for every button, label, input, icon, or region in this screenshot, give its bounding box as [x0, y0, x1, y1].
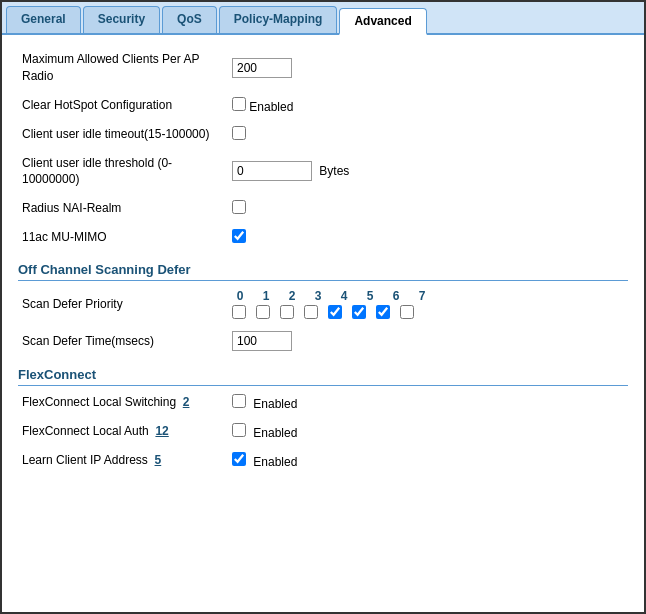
client-idle-timeout-cell [228, 120, 628, 149]
flexconnect-table: FlexConnect Local Switching 2 Enabled Fl… [18, 388, 628, 475]
learn-client-ip-enabled-label: Enabled [253, 455, 297, 469]
row-client-idle-timeout: Client user idle timeout(15-100000) [18, 120, 628, 149]
scan-defer-time-input[interactable] [232, 331, 292, 351]
scan-defer-time-label: Scan Defer Time(msecs) [18, 325, 228, 357]
clear-hotspot-checkbox[interactable] [232, 97, 246, 111]
row-mu-mimo: 11ac MU-MIMO [18, 223, 628, 252]
row-max-clients: Maximum Allowed Clients Per AP Radio [18, 45, 628, 91]
tab-advanced[interactable]: Advanced [339, 8, 426, 35]
learn-client-ip-link[interactable]: 5 [155, 453, 162, 467]
priority-num-3: 3 [310, 289, 326, 303]
learn-client-ip-cell: Enabled [228, 446, 628, 475]
section-flexconnect: FlexConnect [18, 367, 628, 386]
tab-qos[interactable]: QoS [162, 6, 217, 33]
priority-numbers: 0 1 2 3 4 5 6 7 [232, 289, 624, 303]
off-channel-table: Scan Defer Priority 0 1 2 3 4 5 6 7 [18, 283, 628, 357]
priority-num-7: 7 [414, 289, 430, 303]
priority-cb-0[interactable] [232, 305, 246, 319]
flexconnect-switching-label: FlexConnect Local Switching [22, 395, 176, 409]
flexconnect-switching-checkbox[interactable] [232, 394, 246, 408]
priority-cb-2[interactable] [280, 305, 294, 319]
tab-policy-mapping[interactable]: Policy-Mapping [219, 6, 338, 33]
flexconnect-auth-enabled-label: Enabled [253, 426, 297, 440]
row-scan-defer-time: Scan Defer Time(msecs) [18, 325, 628, 357]
priority-cb-5[interactable] [352, 305, 366, 319]
flexconnect-auth-link[interactable]: 12 [155, 424, 168, 438]
row-flexconnect-auth: FlexConnect Local Auth 12 Enabled [18, 417, 628, 446]
mu-mimo-label: 11ac MU-MIMO [18, 223, 228, 252]
flexconnect-auth-label-cell: FlexConnect Local Auth 12 [18, 417, 228, 446]
bytes-label: Bytes [319, 164, 349, 178]
max-clients-label: Maximum Allowed Clients Per AP Radio [18, 45, 228, 91]
client-idle-timeout-checkbox[interactable] [232, 126, 246, 140]
priority-cb-3[interactable] [304, 305, 318, 319]
priority-checkboxes [232, 305, 624, 319]
priority-num-4: 4 [336, 289, 352, 303]
clear-hotspot-enabled-label: Enabled [249, 100, 293, 114]
flexconnect-auth-label: FlexConnect Local Auth [22, 424, 149, 438]
tab-general[interactable]: General [6, 6, 81, 33]
priority-cb-1[interactable] [256, 305, 270, 319]
row-client-idle-threshold: Client user idle threshold (0-10000000) … [18, 149, 628, 195]
row-scan-defer-priority: Scan Defer Priority 0 1 2 3 4 5 6 7 [18, 283, 628, 325]
flexconnect-switching-cell: Enabled [228, 388, 628, 417]
radius-nai-cell [228, 194, 628, 223]
row-radius-nai: Radius NAI-Realm [18, 194, 628, 223]
client-idle-timeout-label: Client user idle timeout(15-100000) [18, 120, 228, 149]
flexconnect-auth-cell: Enabled [228, 417, 628, 446]
client-idle-threshold-label: Client user idle threshold (0-10000000) [18, 149, 228, 195]
clear-hotspot-label: Clear HotSpot Configuration [18, 91, 228, 120]
priority-num-1: 1 [258, 289, 274, 303]
priority-num-5: 5 [362, 289, 378, 303]
mu-mimo-cell [228, 223, 628, 252]
learn-client-ip-label: Learn Client IP Address [22, 453, 148, 467]
learn-client-ip-checkbox[interactable] [232, 452, 246, 466]
row-flexconnect-switching: FlexConnect Local Switching 2 Enabled [18, 388, 628, 417]
tab-security[interactable]: Security [83, 6, 160, 33]
flexconnect-switching-label-cell: FlexConnect Local Switching 2 [18, 388, 228, 417]
max-clients-input[interactable] [232, 58, 292, 78]
radius-nai-checkbox[interactable] [232, 200, 246, 214]
client-idle-threshold-input[interactable] [232, 161, 312, 181]
priority-cb-4[interactable] [328, 305, 342, 319]
flexconnect-switching-enabled-label: Enabled [253, 397, 297, 411]
tab-bar: General Security QoS Policy-Mapping Adva… [2, 2, 644, 35]
main-container: General Security QoS Policy-Mapping Adva… [0, 0, 646, 614]
flexconnect-auth-checkbox[interactable] [232, 423, 246, 437]
client-idle-threshold-cell: Bytes [228, 149, 628, 195]
priority-num-0: 0 [232, 289, 248, 303]
clear-hotspot-cell: Enabled [228, 91, 628, 120]
section-off-channel: Off Channel Scanning Defer [18, 262, 628, 281]
priority-num-6: 6 [388, 289, 404, 303]
mu-mimo-checkbox[interactable] [232, 229, 246, 243]
tab-content: Maximum Allowed Clients Per AP Radio Cle… [2, 35, 644, 485]
priority-num-2: 2 [284, 289, 300, 303]
settings-table: Maximum Allowed Clients Per AP Radio Cle… [18, 45, 628, 252]
scan-defer-time-cell [228, 325, 628, 357]
scan-defer-priority-cell: 0 1 2 3 4 5 6 7 [228, 283, 628, 325]
learn-client-ip-label-cell: Learn Client IP Address 5 [18, 446, 228, 475]
scan-defer-priority-label: Scan Defer Priority [18, 283, 228, 325]
row-learn-client-ip: Learn Client IP Address 5 Enabled [18, 446, 628, 475]
priority-cb-6[interactable] [376, 305, 390, 319]
radius-nai-label: Radius NAI-Realm [18, 194, 228, 223]
flexconnect-switching-link[interactable]: 2 [183, 395, 190, 409]
row-clear-hotspot: Clear HotSpot Configuration Enabled [18, 91, 628, 120]
priority-cb-7[interactable] [400, 305, 414, 319]
max-clients-value-cell [228, 45, 628, 91]
